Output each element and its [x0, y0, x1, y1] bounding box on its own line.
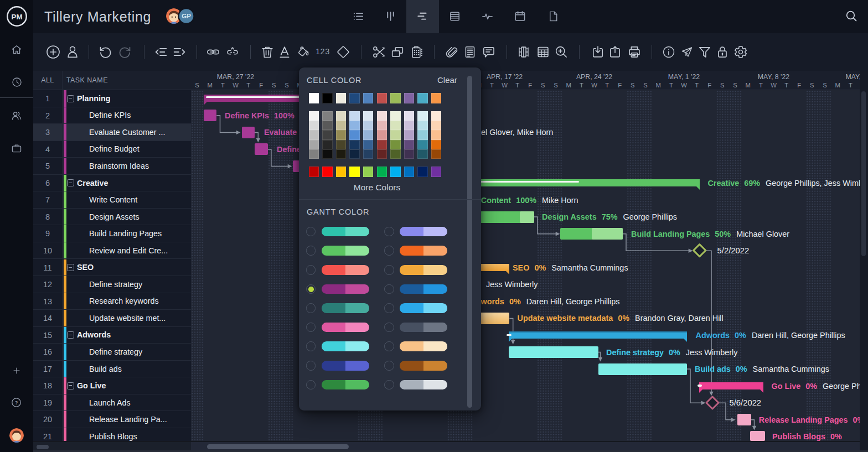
svg-text:?: ?	[15, 400, 18, 406]
svg-text:PM: PM	[11, 13, 22, 21]
svg-text:GP: GP	[182, 13, 191, 19]
